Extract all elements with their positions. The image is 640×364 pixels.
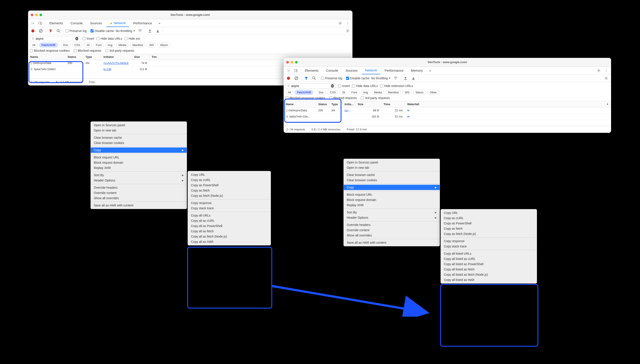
ctx-item[interactable]: Copy all as fetch (188, 228, 271, 234)
tab-memory[interactable]: Memory (408, 67, 426, 74)
tab-console[interactable]: Console (68, 20, 86, 27)
ctx-item[interactable]: Show all overrides (344, 233, 440, 238)
ctx-item[interactable]: Copy stack trace (188, 206, 271, 211)
type-pill-ws[interactable]: WS (147, 42, 156, 48)
table-row[interactable]: {} GetAsyncData200xhrrs=AA268 B22 ms (284, 108, 611, 114)
type-pill-js[interactable]: JS (340, 90, 348, 95)
filter-icon[interactable] (48, 28, 54, 34)
type-pill-other[interactable]: Other (428, 90, 440, 95)
close-window-icon[interactable] (31, 14, 33, 16)
type-pill-font[interactable]: Font (349, 90, 360, 95)
type-pill-img[interactable]: Img (361, 90, 370, 95)
hide-ext-urls-checkbox[interactable]: Hide ext (124, 37, 140, 40)
ctx-item[interactable]: Copy all listed as cURL (441, 256, 537, 262)
ctx-item[interactable]: Copy all listed as PowerShell (441, 262, 537, 267)
hide-data-urls-checkbox[interactable]: Hide data URLs (352, 84, 378, 88)
ctx-item[interactable]: Copy all URLs (188, 213, 271, 218)
invert-checkbox[interactable]: Invert (82, 37, 94, 40)
type-pill-img[interactable]: Img (105, 42, 115, 48)
ctx-item[interactable]: Copy all as fetch (Node.js) (188, 234, 271, 239)
ctx-item[interactable]: Block request domain (344, 197, 440, 202)
maximize-window-icon[interactable] (295, 61, 298, 64)
ctx-item[interactable]: Clear browser cache (91, 135, 187, 140)
ctx-item[interactable]: Show all overrides (91, 196, 187, 201)
ctx-item[interactable]: Copy all listed as HAR (441, 277, 537, 282)
tab-performance[interactable]: Performance (130, 20, 155, 27)
type-pill-ws[interactable]: WS (402, 90, 412, 95)
disable-cache-checkbox[interactable]: Disable cache (90, 29, 114, 33)
wifi-icon[interactable] (137, 28, 143, 34)
ctx-item[interactable]: Copy as cURL (441, 216, 537, 221)
ctx-item[interactable]: Open in Sources panel (344, 160, 440, 165)
record-button[interactable] (285, 75, 292, 81)
ctx-item[interactable]: Copy response (188, 200, 271, 206)
type-pill-fetchxhr[interactable]: Fetch/XHR (294, 90, 314, 95)
blocked-requests-checkbox[interactable]: Blocked requests (74, 49, 101, 52)
ctx-item[interactable]: Copy URL (441, 210, 537, 216)
settings-icon[interactable] (596, 68, 602, 74)
ctx-item[interactable]: Copy all listed as fetch (441, 267, 537, 272)
filter-input[interactable]: ✕ (285, 83, 336, 88)
ctx-item[interactable]: Copy as fetch (Node.js) (188, 193, 271, 198)
th-size[interactable]: Size (132, 54, 150, 60)
table-row[interactable]: 🗎 hpba?vet=10a…192 B51 ms (284, 114, 611, 120)
clear-filter-icon[interactable]: ✕ (76, 37, 78, 40)
blocked-requests-checkbox[interactable]: Blocked requests (329, 96, 357, 100)
tab-network[interactable]: ▲ Network (106, 19, 129, 27)
settings-icon[interactable] (337, 20, 343, 26)
ctx-item[interactable]: Block request domain (91, 160, 187, 165)
device-toggle-icon[interactable] (293, 68, 299, 72)
more-icon[interactable]: ⋮ (603, 68, 609, 74)
th-type[interactable]: Type (83, 54, 101, 60)
ctx-item[interactable]: Header Options▶ (91, 178, 187, 183)
ctx-item[interactable]: Override headers (344, 222, 440, 228)
download-icon[interactable] (155, 28, 161, 34)
ctx-item[interactable]: Copy all listed as fetch (Node.js) (441, 272, 537, 277)
blocked-cookies-checkbox[interactable]: Blocked response cookies (30, 49, 70, 52)
search-icon[interactable] (56, 28, 62, 34)
ctx-item[interactable]: Replay XHR (91, 165, 187, 170)
wifi-icon[interactable] (392, 75, 399, 81)
type-pill-doc[interactable]: Doc (316, 90, 326, 95)
inspect-icon[interactable] (285, 68, 292, 72)
ctx-item[interactable]: Block request URL (344, 192, 440, 197)
th-name[interactable]: Name (28, 54, 65, 60)
ctx-item[interactable]: Clear browser cache (344, 172, 440, 178)
ctx-item[interactable]: Copy as cURL (188, 177, 271, 182)
tabs-overflow-icon[interactable]: » (156, 20, 163, 26)
upload-icon[interactable] (402, 75, 408, 81)
ctx-item[interactable]: Open in Sources panel (91, 122, 187, 128)
filter-input[interactable]: ✕ (30, 36, 80, 41)
ctx-item[interactable]: Clear browser cookies (344, 178, 440, 183)
filter-text-field[interactable] (291, 84, 330, 88)
th-initia[interactable]: Initia… (342, 101, 356, 107)
ctx-item[interactable]: Override content (91, 190, 187, 196)
third-party-checkbox[interactable]: 3rd-party requests (105, 49, 134, 52)
filter-text-field[interactable] (36, 37, 74, 40)
record-button[interactable] (30, 28, 36, 34)
ctx-item[interactable]: Block request URL (91, 155, 187, 160)
th-initiator[interactable]: Initiator (101, 54, 132, 60)
type-pill-css[interactable]: CSS (328, 90, 338, 95)
ctx-item[interactable]: Copy as fetch (188, 188, 271, 193)
ctx-item[interactable]: Copy as fetch (Node.js) (441, 231, 537, 236)
ctx-item[interactable]: Copy as fetch (441, 226, 537, 231)
type-pill-all[interactable]: All (285, 90, 293, 95)
ctx-item[interactable]: Copy stack trace (441, 244, 537, 249)
type-pill-wasm[interactable]: Wasm (413, 90, 426, 95)
th-status[interactable]: Status (316, 101, 329, 107)
ctx-item[interactable]: Override content (344, 228, 440, 233)
type-pill-media[interactable]: Media (116, 42, 129, 48)
th-waterfall[interactable]: Waterfall ▲ (405, 101, 611, 107)
ctx-item[interactable]: Sort By▶ (344, 210, 440, 215)
th-name[interactable]: Name (284, 101, 316, 107)
tab-performance[interactable]: Performance (382, 67, 406, 74)
ctx-item[interactable]: Copy URL (188, 172, 271, 177)
inspect-icon[interactable] (30, 21, 36, 25)
clear-icon[interactable] (293, 75, 300, 81)
invert-checkbox[interactable]: Invert (338, 84, 350, 88)
filter-icon[interactable] (303, 75, 309, 81)
type-pill-css[interactable]: CSS (72, 42, 83, 48)
tab-sources[interactable]: Sources (342, 67, 361, 74)
search-icon[interactable] (311, 75, 317, 81)
